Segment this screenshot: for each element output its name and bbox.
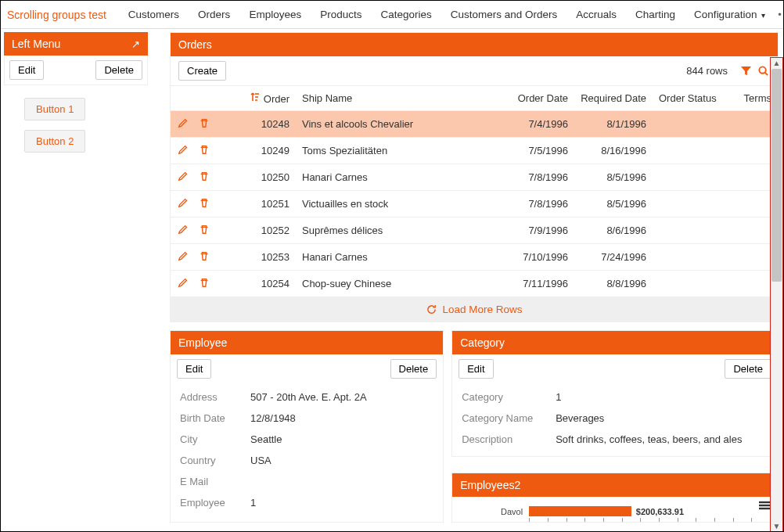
scroll-down-icon[interactable]: ▼ bbox=[773, 523, 781, 530]
edit-row-icon[interactable] bbox=[177, 250, 189, 264]
table-row[interactable]: 10253Hanari Carnes7/10/19967/24/1996 bbox=[171, 244, 778, 271]
col-orderdate[interactable]: Order Date bbox=[496, 86, 574, 111]
search-icon[interactable] bbox=[756, 64, 770, 78]
create-button[interactable]: Create bbox=[178, 61, 226, 81]
left-edit-button[interactable]: Edit bbox=[9, 60, 44, 80]
employee-form: Address507 - 20th Ave. E. Apt. 2ABirth D… bbox=[171, 383, 443, 519]
cell-shipname: Victuailles en stock bbox=[296, 191, 496, 217]
table-row[interactable]: 10254Chop-suey Chinese7/11/19968/8/1996 bbox=[171, 271, 778, 297]
employees2-title: Employees2 bbox=[460, 479, 520, 491]
category-form: Category1Category NameBeveragesDescripti… bbox=[452, 383, 778, 456]
nav-charting[interactable]: Charting bbox=[626, 2, 685, 27]
filter-icon[interactable] bbox=[739, 64, 753, 78]
form-value: Soft drinks, coffees, teas, beers, and a… bbox=[556, 433, 768, 445]
employees2-header: Employees2 bbox=[452, 473, 778, 497]
col-order[interactable]: Order bbox=[225, 86, 296, 111]
app-title: Scrolling groups test bbox=[7, 9, 119, 21]
col-status[interactable]: Order Status bbox=[653, 86, 731, 111]
edit-row-icon[interactable] bbox=[177, 224, 189, 237]
cell-status bbox=[653, 271, 731, 297]
delete-row-icon[interactable] bbox=[198, 144, 210, 157]
form-label: City bbox=[180, 433, 250, 445]
edit-row-icon[interactable] bbox=[177, 277, 189, 290]
edit-row-icon[interactable] bbox=[177, 197, 189, 210]
cell-orderdate: 7/4/1996 bbox=[496, 111, 574, 138]
table-row[interactable]: 10252Suprêmes délices7/9/19968/6/1996 bbox=[171, 217, 778, 244]
svg-line-5 bbox=[764, 73, 767, 75]
nav-configuration[interactable]: Configuration ▾ bbox=[685, 2, 775, 27]
form-value: 12/8/1948 bbox=[250, 412, 433, 424]
cell-shipname: Hanari Carnes bbox=[296, 164, 496, 191]
delete-row-icon[interactable] bbox=[198, 277, 210, 290]
employee-header: Employee bbox=[171, 331, 443, 354]
cell-orderdate: 7/11/1996 bbox=[496, 271, 574, 297]
scroll-thumb[interactable] bbox=[771, 69, 782, 282]
form-row: CountryUSA bbox=[180, 450, 433, 471]
cell-order: 10250 bbox=[225, 164, 296, 191]
cell-orderdate: 7/10/1996 bbox=[496, 244, 574, 271]
form-label: Category Name bbox=[462, 412, 556, 424]
scroll-up-icon[interactable]: ▲ bbox=[773, 59, 781, 67]
left-delete-button[interactable]: Delete bbox=[95, 60, 142, 80]
category-toolbar: Edit Delete bbox=[452, 354, 778, 383]
nav-employees[interactable]: Employees bbox=[239, 2, 311, 27]
cell-shipname: Vins et alcools Chevalier bbox=[296, 111, 496, 138]
cell-status bbox=[653, 244, 731, 271]
cell-order: 10249 bbox=[225, 138, 296, 164]
form-value: Seattle bbox=[250, 433, 433, 445]
employees2-panel: Employees2 Davol $200,633.91 bbox=[451, 473, 779, 523]
popout-icon[interactable]: ↗ bbox=[131, 38, 140, 50]
delete-row-icon[interactable] bbox=[198, 197, 210, 210]
category-title: Category bbox=[460, 336, 505, 349]
employee-delete-button[interactable]: Delete bbox=[390, 359, 437, 379]
cell-reqdate: 8/8/1996 bbox=[574, 271, 653, 297]
form-label: Description bbox=[462, 433, 556, 445]
col-reqdate[interactable]: Required Date bbox=[574, 86, 653, 111]
cell-reqdate: 7/24/1996 bbox=[574, 244, 653, 271]
delete-row-icon[interactable] bbox=[198, 250, 210, 264]
nav-customers[interactable]: Customers bbox=[119, 2, 189, 27]
table-row[interactable]: 10250Hanari Carnes7/8/19968/5/1996 bbox=[171, 164, 778, 191]
table-row[interactable]: 10248Vins et alcools Chevalier7/4/19968/… bbox=[171, 111, 778, 138]
edit-row-icon[interactable] bbox=[177, 117, 189, 131]
left-menu-toolbar: Edit Delete bbox=[4, 56, 148, 85]
nav-orders[interactable]: Orders bbox=[189, 2, 239, 27]
edit-row-icon[interactable] bbox=[177, 171, 189, 184]
table-row[interactable]: 10251Victuailles en stock7/8/19968/5/199… bbox=[171, 191, 778, 217]
form-row: Address507 - 20th Ave. E. Apt. 2A bbox=[180, 386, 433, 408]
form-row: CitySeattle bbox=[180, 429, 433, 450]
form-row: DescriptionSoft drinks, coffees, teas, b… bbox=[462, 429, 768, 450]
form-value: 1 bbox=[250, 497, 433, 509]
nav-products[interactable]: Products bbox=[311, 2, 371, 27]
nav-customers-orders[interactable]: Customers and Orders bbox=[441, 2, 567, 27]
employee-edit-button[interactable]: Edit bbox=[177, 359, 211, 379]
orders-header-row: Order Ship Name Order Date Required Date… bbox=[171, 86, 778, 111]
content-area: Orders Create 844 rows Order Ship Name bbox=[148, 29, 783, 532]
delete-row-icon[interactable] bbox=[198, 117, 210, 131]
cell-order: 10251 bbox=[225, 191, 296, 217]
cell-reqdate: 8/16/1996 bbox=[574, 138, 653, 164]
nav-accruals[interactable]: Accruals bbox=[566, 2, 626, 27]
chart-value-label: $200,633.91 bbox=[636, 507, 684, 516]
button-1[interactable]: Button 1 bbox=[24, 98, 85, 120]
nav-categories[interactable]: Categories bbox=[371, 2, 441, 27]
form-value: 507 - 20th Ave. E. Apt. 2A bbox=[250, 391, 433, 403]
load-more-button[interactable]: Load More Rows bbox=[171, 297, 778, 322]
delete-row-icon[interactable] bbox=[198, 224, 210, 237]
nav-overflow[interactable]: ••• bbox=[775, 9, 784, 20]
vertical-scrollbar[interactable]: ▲ ▼ bbox=[770, 57, 783, 532]
delete-row-icon[interactable] bbox=[198, 171, 210, 184]
chart-bar: $200,633.91 bbox=[529, 506, 770, 516]
employee-title: Employee bbox=[178, 336, 227, 349]
category-edit-button[interactable]: Edit bbox=[459, 359, 493, 379]
edit-row-icon[interactable] bbox=[177, 144, 189, 157]
button-2[interactable]: Button 2 bbox=[24, 130, 85, 153]
category-delete-button[interactable]: Delete bbox=[725, 359, 771, 379]
col-shipname[interactable]: Ship Name bbox=[296, 86, 496, 111]
cell-order: 10252 bbox=[225, 217, 296, 244]
form-label: Birth Date bbox=[180, 412, 250, 424]
form-value: Beverages bbox=[556, 412, 768, 424]
table-row[interactable]: 10249Toms Spezialitäten7/5/19968/16/1996 bbox=[171, 138, 778, 164]
left-menu-header: Left Menu ↗ bbox=[4, 32, 148, 56]
chart-series-label: Davol bbox=[460, 507, 523, 516]
